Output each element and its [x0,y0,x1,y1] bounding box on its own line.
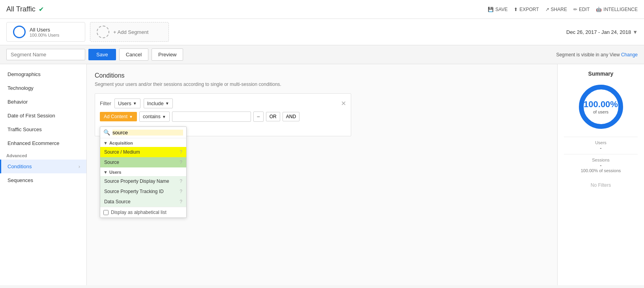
users-value: - [564,145,638,151]
intelligence-action[interactable]: 🤖 INTELLIGENCE [596,7,638,12]
alphabetical-checkbox[interactable] [103,210,109,215]
dropdown-item-data-source[interactable]: Data Source ? [100,197,186,207]
sidebar-item-ecommerce-label: Enhanced Ecommerce [7,140,60,146]
segment-name: All Users [30,27,59,33]
filter-include-select[interactable]: Include ▼ [144,98,173,108]
dropdown-item-source-property-tracking-id[interactable]: Source Property Tracking ID ? [100,186,186,197]
condition-value-input[interactable] [172,111,251,122]
verified-icon: ✔ [39,6,44,13]
source-medium-info-icon[interactable]: ? [180,149,182,155]
filter-include-chevron: ▼ [165,101,169,106]
toolbar: Save Cancel Preview Segment is visible i… [0,45,644,64]
source-property-tracking-info-icon[interactable]: ? [180,189,182,194]
dropdown-group-acquisition: ▼ Acquisition Source / Medium ? Source ? [100,138,186,167]
share-action[interactable]: ↗ SHARE [545,7,567,12]
donut-center: 100.00% of users [584,99,618,114]
toolbar-right: Segment is visible in any View Change [556,52,638,58]
data-source-info-icon[interactable]: ? [180,199,182,204]
dropdown-group-users: ▼ Users Source Property Display Name ? S… [100,167,186,207]
sidebar-item-sequences[interactable]: Sequences [0,173,86,187]
dropdown-item-source-property-display-name[interactable]: Source Property Display Name ? [100,176,186,186]
sidebar-item-demographics-label: Demographics [7,71,41,77]
dropdown-search: 🔍 [100,127,186,138]
share-icon: ↗ [545,7,549,12]
source-property-tracking-id-label: Source Property Tracking ID [104,189,164,194]
filter-close-icon[interactable]: ✕ [341,100,346,107]
sidebar-item-date-of-first-session[interactable]: Date of First Session [0,109,86,123]
date-range-text: Dec 26, 2017 - Jan 24, 2018 [566,29,631,35]
edit-action[interactable]: ✏ EDIT [573,7,590,12]
filter-users-chevron: ▼ [133,101,137,106]
filter-users-value: Users [118,100,131,106]
and-button[interactable]: AND [283,112,300,121]
segment-info: All Users 100.00% Users [30,27,59,37]
segment-card-all-users[interactable]: All Users 100.00% Users [6,22,85,42]
conditions-subtitle: Segment your users and/or their sessions… [95,82,549,87]
sidebar-item-behavior[interactable]: Behavior [0,95,86,109]
segment-card-add[interactable]: + Add Segment [90,22,169,42]
dimension-button[interactable]: Ad Content ▼ [100,112,137,121]
sidebar-item-demographics[interactable]: Demographics [0,67,86,81]
data-source-label: Data Source [104,199,131,204]
top-bar: All Traffic ✔ 💾 SAVE ⬆ EXPORT ↗ SHARE ✏ … [0,0,644,19]
search-icon: 🔍 [103,129,110,136]
save-action[interactable]: 💾 SAVE [488,7,507,12]
alphabetical-label: Display as alphabetical list [111,210,167,215]
sidebar-item-conditions[interactable]: Conditions › [0,160,86,173]
or-button[interactable]: OR [266,112,280,121]
donut-container: 100.00% of users [564,83,638,130]
save-icon: 💾 [488,7,494,12]
chevron-down-icon-users: ▼ [103,170,108,175]
source-info-icon[interactable]: ? [180,160,182,165]
sidebar-item-enhanced-ecommerce[interactable]: Enhanced Ecommerce [0,136,86,150]
summary-panel: Summary 100.00% of users Users - Session… [557,64,644,285]
operator-select[interactable]: contains ▼ [139,111,170,122]
edit-label: EDIT [579,7,590,12]
dropdown-item-source[interactable]: Source ? [100,157,186,167]
top-bar-right: 💾 SAVE ⬆ EXPORT ↗ SHARE ✏ EDIT 🤖 INTELLI… [488,7,638,12]
save-button[interactable]: Save [88,49,116,60]
sidebar-item-traffic-sources[interactable]: Traffic Sources [0,123,86,136]
sidebar: Demographics Technology Behavior Date of… [0,64,87,285]
summary-title: Summary [564,71,638,77]
segment-add-icon [97,26,109,38]
segment-name-input[interactable] [6,49,85,60]
sidebar-item-conditions-label: Conditions [7,164,32,169]
sessions-value: - [564,162,638,168]
remove-condition-button[interactable]: − [253,111,264,122]
page-title: All Traffic [6,5,36,13]
dimension-label: Ad Content [104,114,127,119]
content-area: Conditions Segment your users and/or the… [87,64,557,285]
visibility-text: Segment is visible in any View [556,52,620,58]
save-label: SAVE [495,7,507,12]
source-property-display-info-icon[interactable]: ? [180,178,182,184]
sidebar-item-conditions-arrow: › [79,164,80,169]
segment-pct: 100.00% Users [30,33,59,37]
change-link[interactable]: Change [621,52,638,58]
top-bar-left: All Traffic ✔ [6,5,44,13]
share-label: SHARE [551,7,567,12]
intelligence-label: INTELLIGENCE [603,7,638,12]
date-range[interactable]: Dec 26, 2017 - Jan 24, 2018 ▼ [566,29,638,35]
no-filters-text: No Filters [564,182,638,188]
source-medium-label: Source / Medium [104,149,140,155]
donut-percentage: 100.00% [584,99,618,110]
preview-button[interactable]: Preview [152,48,183,61]
sidebar-item-technology[interactable]: Technology [0,81,86,95]
donut-label: of users [584,110,618,114]
dropdown-item-source-medium[interactable]: Source / Medium ? [100,147,186,157]
condition-row: Ad Content ▼ contains ▼ − OR AND [100,111,346,122]
source-property-display-name-label: Source Property Display Name [104,178,169,184]
users-label: Users [564,140,638,145]
filter-row: Filter Users ▼ Include ▼ ✕ [100,98,346,108]
dropdown-search-input[interactable] [112,130,183,136]
summary-users-stat: Users - [564,137,638,154]
sidebar-item-date-label: Date of First Session [7,113,55,119]
filter-condition-wrapper: Ad Content ▼ contains ▼ − OR AND 🔍 [100,111,346,122]
advanced-label: Advanced [6,153,27,158]
filter-users-select[interactable]: Users ▼ [114,98,140,108]
export-action[interactable]: ⬆ EXPORT [514,7,539,12]
users-group-label: Users [109,170,122,175]
operator-chevron: ▼ [162,115,166,119]
cancel-button[interactable]: Cancel [119,48,148,61]
